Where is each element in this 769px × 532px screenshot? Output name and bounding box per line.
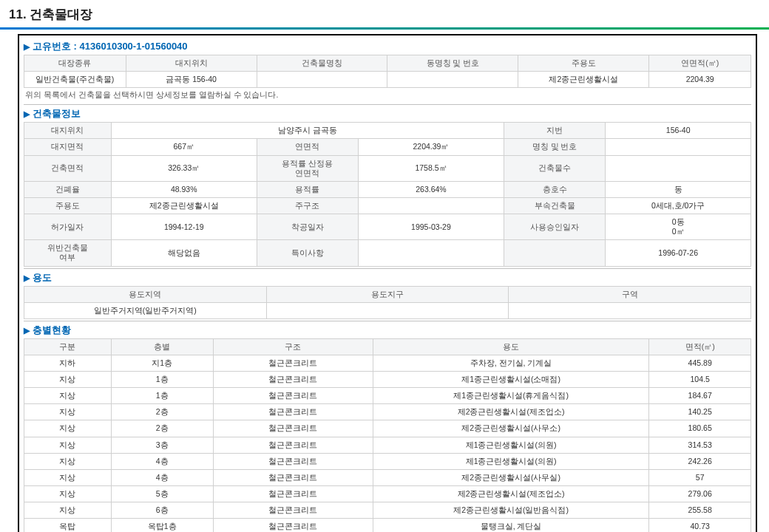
table-cell: 철근콘크리트 bbox=[213, 453, 373, 469]
table-cell: 255.58 bbox=[649, 502, 751, 519]
table-cell: 철근콘크리트 bbox=[213, 420, 373, 437]
table-cell: 제2종근린생활시설 bbox=[518, 72, 649, 88]
table-cell: 철근콘크리트 bbox=[213, 502, 373, 519]
table-header-cell: 위반건축물 여부 bbox=[24, 240, 112, 266]
table-cell: 2204.39 bbox=[649, 72, 751, 88]
table-cell: 일반주거지역(일반주거지역) bbox=[24, 302, 267, 318]
table-cell: 2층 bbox=[111, 404, 213, 420]
table-row: 지상6층철근콘크리트제2종근린생활시설(일반음식점)255.58 bbox=[24, 502, 751, 519]
table-cell: 667㎡ bbox=[111, 139, 257, 155]
table-cell: 철근콘크리트 bbox=[213, 404, 373, 420]
table-cell: 동 bbox=[606, 181, 751, 197]
section-usage: ▶용도 bbox=[24, 268, 751, 286]
table-cell: 140.25 bbox=[649, 404, 751, 420]
table-header-cell: 특이사항 bbox=[257, 240, 359, 266]
table-cell: 제2종근린생활시설(일반음식점) bbox=[373, 502, 649, 519]
section-title-text: 건축물정보 bbox=[33, 109, 81, 119]
table-header-cell: 구분 bbox=[24, 338, 112, 355]
table-header-cell: 구역 bbox=[509, 286, 751, 302]
building-info-table: 대지위치남양주시 금곡동지번156-40대지면적667㎡연면적2204.39㎡명… bbox=[24, 122, 751, 266]
table-header-cell: 대지위치 bbox=[126, 55, 257, 72]
table-cell: 4층 bbox=[111, 453, 213, 469]
table-cell: 184.67 bbox=[649, 388, 751, 404]
table-cell: 1995-03-29 bbox=[359, 214, 504, 240]
table-cell: 철근콘크리트 bbox=[213, 485, 373, 502]
table-header-cell: 착공일자 bbox=[257, 214, 359, 240]
summary-table: 대장종류대지위치건축물명칭동명칭 및 번호주용도연면적(㎡) 일반건축물(주건축… bbox=[24, 55, 751, 88]
table-row: 대지위치남양주시 금곡동지번156-40 bbox=[24, 123, 751, 139]
table-cell bbox=[359, 240, 504, 266]
table-cell: 철근콘크리트 bbox=[213, 437, 373, 453]
table-header-cell: 구조 bbox=[213, 338, 373, 355]
table-header-cell: 용도지구 bbox=[266, 286, 509, 302]
table-cell bbox=[387, 72, 518, 88]
table-row: 지상2층철근콘크리트제2종근린생활시설(제조업소)140.25 bbox=[24, 404, 751, 420]
table-cell: 326.33㎡ bbox=[111, 155, 257, 181]
table-header-cell: 주용도 bbox=[24, 197, 112, 214]
section-floors: ▶층별현황 bbox=[24, 321, 751, 338]
table-row: 지상1층철근콘크리트제1종근린생활시설(소매점)104.5 bbox=[24, 372, 751, 388]
table-cell: 지상 bbox=[24, 485, 112, 502]
unique-number-text: 고유번호 : 4136010300-1-01560040 bbox=[33, 41, 188, 52]
table-header-cell: 동명칭 및 번호 bbox=[387, 55, 518, 72]
table-cell: 철근콘크리트 bbox=[213, 469, 373, 485]
table-cell: 제1종근린생활시설(휴게음식점) bbox=[373, 388, 649, 404]
table-cell: 5층 bbox=[111, 485, 213, 502]
table-cell: 제1종근린생활시설(의원) bbox=[373, 437, 649, 453]
table-row: 지상3층철근콘크리트제1종근린생활시설(의원)314.53 bbox=[24, 437, 751, 453]
table-cell: 주차장, 전기실, 기계실 bbox=[373, 355, 649, 371]
table-cell: 1996-07-26 bbox=[606, 240, 751, 266]
table-row: 지상4층철근콘크리트제1종근린생활시설(의원)242.26 bbox=[24, 453, 751, 469]
table-cell: 철근콘크리트 bbox=[213, 519, 373, 532]
table-row: 허가일자1994-12-19착공일자1995-03-29사용승인일자0동 0㎡ bbox=[24, 214, 751, 240]
table-header-cell: 부속건축물 bbox=[504, 197, 606, 214]
table-cell: 156-40 bbox=[606, 123, 751, 139]
table-cell bbox=[359, 197, 504, 214]
chevron-right-icon: ▶ bbox=[24, 109, 30, 118]
table-row: 건폐율48.93%용적률263.64%층호수동 bbox=[24, 181, 751, 197]
table-cell: 2층 bbox=[111, 420, 213, 437]
table-cell: 지상 bbox=[24, 372, 112, 388]
table-cell: 지상 bbox=[24, 469, 112, 485]
table-cell: 1758.5㎡ bbox=[359, 155, 504, 181]
table-header-cell: 용도지역 bbox=[24, 286, 267, 302]
table-cell: 제1종근린생활시설(소매점) bbox=[373, 372, 649, 388]
table-header-cell: 면적(㎡) bbox=[649, 338, 751, 355]
chevron-right-icon: ▶ bbox=[24, 326, 30, 335]
table-header-cell: 대장종류 bbox=[24, 55, 126, 72]
table-cell: 0동 0㎡ bbox=[606, 214, 751, 240]
page-title: 11. 건축물대장 bbox=[0, 0, 769, 30]
table-cell: 철근콘크리트 bbox=[213, 372, 373, 388]
table-header-cell: 용도 bbox=[373, 338, 649, 355]
table-cell: 지상 bbox=[24, 437, 112, 453]
table-cell: 제2종근린생활시설(사무소) bbox=[373, 420, 649, 437]
table-header-cell bbox=[504, 240, 606, 266]
table-header-cell: 지번 bbox=[504, 123, 606, 139]
table-row: 건축면적326.33㎡용적률 산정용 연면적1758.5㎡건축물수 bbox=[24, 155, 751, 181]
table-header-cell: 대지면적 bbox=[24, 139, 112, 155]
table-cell: 지하 bbox=[24, 355, 112, 371]
table-cell: 1층 bbox=[111, 388, 213, 404]
table-cell: 6층 bbox=[111, 502, 213, 519]
table-cell: 제1종근린생활시설(의원) bbox=[373, 453, 649, 469]
chevron-right-icon: ▶ bbox=[24, 273, 30, 282]
table-cell: 물탱크실, 계단실 bbox=[373, 519, 649, 532]
table-cell: 해당없음 bbox=[111, 240, 257, 266]
table-cell: 1층 bbox=[111, 372, 213, 388]
table-cell: 지상 bbox=[24, 502, 112, 519]
table-cell: 철근콘크리트 bbox=[213, 355, 373, 371]
table-cell: 제2종근린생활시설(제조업소) bbox=[373, 485, 649, 502]
unique-number: ▶고유번호 : 4136010300-1-01560040 bbox=[24, 38, 751, 55]
table-cell: 48.93% bbox=[111, 181, 257, 197]
table-header-cell: 연면적 bbox=[257, 139, 359, 155]
table-cell: 0세대,호/0가구 bbox=[606, 197, 751, 214]
table-cell: 3층 bbox=[111, 437, 213, 453]
table-cell: 2204.39㎡ bbox=[359, 139, 504, 155]
table-header-cell: 주구조 bbox=[257, 197, 359, 214]
table-cell: 지상 bbox=[24, 388, 112, 404]
table-cell: 314.53 bbox=[649, 437, 751, 453]
table-header-cell: 층호수 bbox=[504, 181, 606, 197]
table-cell: 40.73 bbox=[649, 519, 751, 532]
section-title-text: 층별현황 bbox=[33, 325, 71, 335]
table-cell: 지상 bbox=[24, 420, 112, 437]
